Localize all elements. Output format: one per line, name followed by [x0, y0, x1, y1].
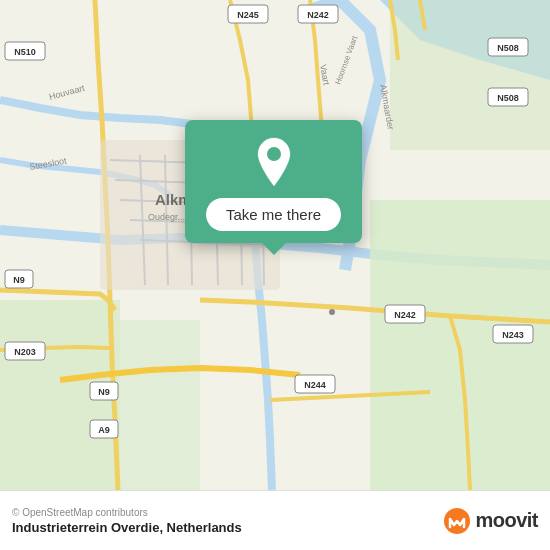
svg-text:N242: N242: [307, 10, 329, 20]
location-pin-icon: [252, 136, 296, 188]
moovit-text: moovit: [475, 509, 538, 532]
svg-point-41: [329, 309, 335, 315]
map-footer: © OpenStreetMap contributors Industriete…: [0, 490, 550, 550]
svg-text:Oudegr...: Oudegr...: [148, 212, 185, 222]
copyright-text: © OpenStreetMap contributors: [12, 507, 242, 518]
svg-text:N242: N242: [394, 310, 416, 320]
svg-text:N244: N244: [304, 380, 326, 390]
moovit-icon: [443, 507, 471, 535]
location-name: Industrieterrein Overdie, Netherlands: [12, 520, 242, 535]
svg-text:N203: N203: [14, 347, 36, 357]
svg-rect-4: [390, 0, 550, 150]
svg-text:N245: N245: [237, 10, 259, 20]
svg-text:N508: N508: [497, 43, 519, 53]
svg-text:N9: N9: [98, 387, 110, 397]
svg-text:N243: N243: [502, 330, 524, 340]
svg-text:A9: A9: [98, 425, 110, 435]
map-view: N510 N245 N242 N508 N508 N242 N243 N244 …: [0, 0, 550, 490]
svg-rect-3: [120, 320, 200, 490]
moovit-logo: moovit: [443, 507, 538, 535]
footer-info: © OpenStreetMap contributors Industriete…: [12, 507, 242, 535]
svg-text:N510: N510: [14, 47, 36, 57]
svg-point-49: [267, 147, 281, 161]
take-me-there-button[interactable]: Take me there: [206, 198, 341, 231]
svg-text:N508: N508: [497, 93, 519, 103]
location-popup: Take me there: [185, 120, 362, 243]
svg-text:N9: N9: [13, 275, 25, 285]
